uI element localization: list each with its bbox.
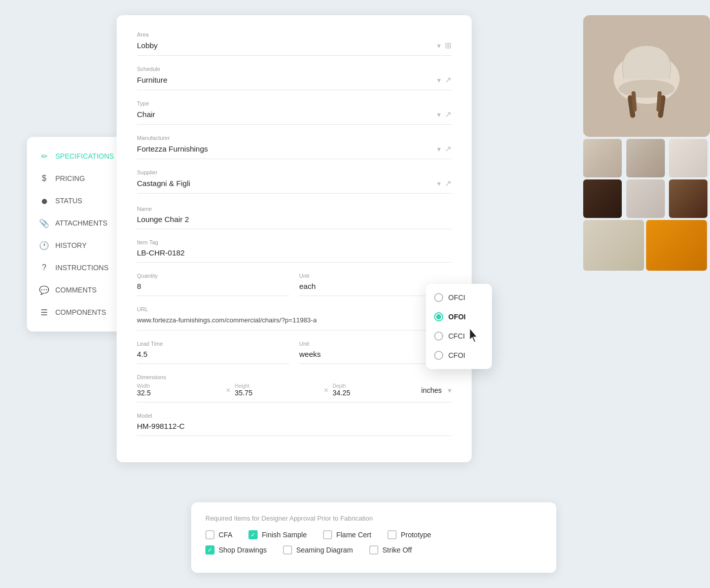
checkbox-flame-cert[interactable] [323, 530, 332, 539]
dropdown-item-ofci[interactable]: OFCI [426, 288, 492, 307]
sidebar-label-comments: COMMENTS [55, 286, 97, 294]
name-field-group: Name Lounge Chair 2 [137, 206, 451, 229]
quantity-value[interactable]: 8 [137, 282, 289, 290]
depth-sub-label: Depth [333, 383, 417, 389]
swatch-neutral[interactable] [583, 220, 644, 271]
area-field-group: Area Lobby ▾ ⊞ [137, 31, 451, 56]
checkbox-finish-sample[interactable]: ✓ [248, 530, 258, 539]
lead-time-unit-row: Lead Time 4.5 Unit weeks ▾ [137, 341, 451, 374]
schedule-external-icon[interactable]: ↗ [445, 75, 451, 85]
radio-cfci[interactable] [434, 332, 443, 341]
supplier-external-icon[interactable]: ↗ [445, 178, 451, 188]
url-row: www.fortezza-furnishings.com/commercial/… [137, 315, 451, 330]
schedule-label: Schedule [137, 66, 451, 72]
schedule-chevron-icon[interactable]: ▾ [437, 76, 441, 84]
dollar-icon: $ [39, 173, 49, 183]
item-tag-value[interactable]: LB-CHR-0182 [137, 248, 451, 257]
item-tag-label: Item Tag [137, 239, 451, 245]
dimensions-label: Dimensions [137, 374, 451, 380]
url-value[interactable]: www.fortezza-furnishings.com/commercial/… [137, 316, 441, 324]
checklist-title: Required Items for Designer Approval Pri… [205, 514, 542, 522]
checklist-panel: Required Items for Designer Approval Pri… [191, 502, 556, 573]
radio-ofci[interactable] [434, 293, 443, 302]
sidebar-label-instructions: INSTRUCTIONS [55, 264, 109, 272]
checkbox-seaming-diagram[interactable] [283, 545, 292, 555]
model-value[interactable]: HM-998112-C [137, 422, 451, 430]
check-item-cfa: CFA [205, 530, 232, 539]
name-value[interactable]: Lounge Chair 2 [137, 215, 451, 224]
thumbnail-3[interactable] [669, 139, 707, 177]
height-group: Height 35.75 [235, 383, 320, 397]
paperclip-icon: 📎 [39, 218, 49, 228]
supplier-label: Supplier [137, 169, 451, 175]
sidebar-label-attachments: ATTACHMENTS [55, 219, 108, 227]
dropdown-item-ofoi[interactable]: OFOI [426, 307, 492, 326]
check-item-shop-drawings: ✓ Shop Drawings [205, 545, 267, 555]
main-product-image[interactable] [583, 15, 710, 137]
pencil-icon: ✏ [39, 151, 49, 161]
check-label-seaming-diagram: Seaming Diagram [296, 546, 353, 554]
thumbnail-6[interactable] [669, 179, 707, 218]
depth-value[interactable]: 34.25 [333, 389, 417, 397]
item-tag-row: LB-CHR-0182 [137, 248, 451, 263]
lead-unit-value: weeks [299, 350, 444, 358]
checkbox-strike-off[interactable] [369, 545, 378, 555]
radio-ofoi[interactable] [434, 312, 443, 321]
manufacturer-row: Fortezza Furnishings ▾ ↗ [137, 144, 451, 159]
width-sub-label: Width [137, 383, 222, 389]
quantity-unit-row: Quantity 8 Unit each ▾ [137, 273, 451, 306]
supplier-field-group: Supplier Castagni & Figli ▾ ↗ [137, 169, 451, 194]
checkbox-shop-drawings[interactable]: ✓ [205, 545, 215, 555]
width-value[interactable]: 32.5 [137, 389, 222, 397]
model-label: Model [137, 413, 451, 419]
lead-time-value[interactable]: 4.5 [137, 350, 289, 358]
manufacturer-chevron-icon[interactable]: ▾ [437, 145, 441, 153]
supplier-value: Castagni & Figli [137, 179, 433, 188]
type-external-icon[interactable]: ↗ [445, 109, 451, 119]
checkbox-cfa[interactable] [205, 530, 215, 539]
thumbnail-5[interactable] [626, 179, 665, 218]
thumbnail-4[interactable] [583, 179, 622, 218]
thumbnail-2[interactable] [626, 139, 665, 177]
area-chevron-icon[interactable]: ▾ [437, 42, 441, 50]
check-label-finish-sample: Finish Sample [262, 531, 307, 539]
dropdown-label-ofci: OFCI [448, 293, 465, 302]
schedule-row: Furniture ▾ ↗ [137, 75, 451, 90]
name-row: Lounge Chair 2 [137, 215, 451, 229]
height-value[interactable]: 35.75 [235, 389, 320, 397]
type-field-group: Type Chair ▾ ↗ [137, 100, 451, 125]
chair-illustration [596, 25, 697, 127]
url-label: URL [137, 306, 451, 312]
dropdown-item-cfci[interactable]: CFCI [426, 326, 492, 346]
lead-time-field-group: Lead Time 4.5 [137, 341, 289, 364]
type-chevron-icon[interactable]: ▾ [437, 111, 441, 119]
clock-icon: 🕐 [39, 240, 49, 250]
dimensions-field-group: Dimensions Width 32.5 ✕ Height 35.75 ✕ D… [137, 374, 451, 402]
area-add-icon[interactable]: ⊞ [445, 41, 451, 50]
check-label-flame-cert: Flame Cert [336, 531, 371, 539]
dropdown-label-ofoi: OFOI [448, 313, 466, 321]
type-value: Chair [137, 110, 433, 119]
item-tag-field-group: Item Tag LB-CHR-0182 [137, 239, 451, 263]
dim-unit-chevron-icon[interactable]: ▾ [448, 386, 451, 394]
type-label: Type [137, 100, 451, 106]
dropdown-label-cfoi: CFOI [448, 351, 465, 359]
thumbnail-1[interactable] [583, 139, 622, 177]
area-row: Lobby ▾ ⊞ [137, 41, 451, 56]
sidebar-label-components: COMPONENTS [55, 308, 106, 316]
unit-label: Unit [299, 273, 451, 279]
swatch-orange[interactable] [646, 220, 707, 271]
type-row: Chair ▾ ↗ [137, 109, 451, 125]
sidebar-label-pricing: PRICING [55, 174, 85, 182]
supplier-chevron-icon[interactable]: ▾ [437, 179, 441, 188]
schedule-field-group: Schedule Furniture ▾ ↗ [137, 66, 451, 90]
dim-unit-value: inches [421, 386, 442, 394]
supplier-row: Castagni & Figli ▾ ↗ [137, 178, 451, 194]
dim-unit-group: inches ▾ [421, 386, 451, 394]
svg-point-1 [619, 80, 674, 98]
area-value: Lobby [137, 41, 433, 50]
dropdown-item-cfoi[interactable]: CFOI [426, 346, 492, 365]
checkbox-prototype[interactable] [387, 530, 397, 539]
manufacturer-external-icon[interactable]: ↗ [445, 144, 451, 154]
radio-cfoi[interactable] [434, 351, 443, 360]
